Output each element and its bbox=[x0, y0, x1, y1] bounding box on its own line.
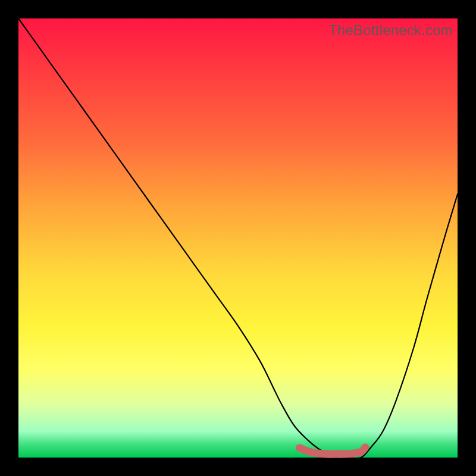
plot-area: TheBottleneck.com bbox=[18, 18, 458, 458]
bottleneck-curve bbox=[18, 18, 458, 458]
chart-svg bbox=[18, 18, 458, 458]
optimal-range-marker bbox=[299, 447, 365, 454]
chart-frame: TheBottleneck.com bbox=[0, 0, 476, 476]
